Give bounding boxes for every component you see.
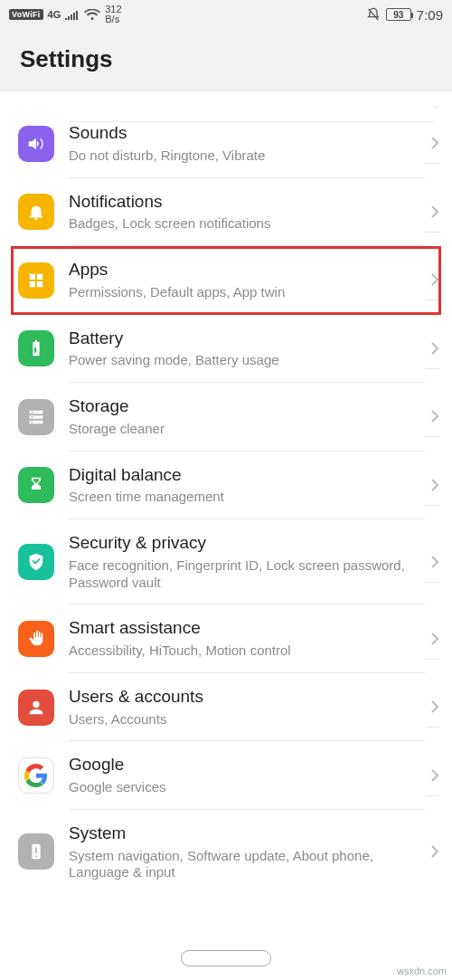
item-subtitle: Face recognition, Fingerprint ID, Lock s… — [69, 557, 425, 592]
item-subtitle: Permissions, Default apps, App twin — [69, 284, 425, 301]
list-item[interactable] — [0, 91, 452, 109]
list-item-security[interactable]: Security & privacy Face recognition, Fin… — [0, 519, 452, 604]
item-title: Storage — [69, 395, 425, 417]
network-type: 4G — [48, 9, 61, 20]
item-subtitle: Accessibility, HiTouch, Motion control — [69, 642, 425, 660]
svg-point-4 — [35, 856, 37, 858]
chevron-right-icon — [430, 555, 439, 569]
chevron-right-icon — [430, 768, 439, 783]
item-subtitle: Google services — [69, 779, 425, 796]
item-subtitle: Users, Accounts — [69, 711, 425, 728]
clock: 7:09 — [417, 7, 443, 23]
svg-point-2 — [32, 421, 33, 423]
item-title: Digital balance — [69, 464, 425, 486]
chevron-right-icon — [430, 136, 439, 150]
status-bar: VoWiFi 4G 312 B/s 93 7:09 — [0, 0, 452, 29]
chevron-right-icon — [430, 844, 439, 859]
sound-icon — [18, 126, 54, 162]
apps-icon — [18, 262, 54, 299]
item-title: Smart assistance — [69, 617, 425, 639]
list-item-system[interactable]: System System navigation, Software updat… — [0, 810, 452, 894]
item-subtitle: Storage cleaner — [69, 421, 425, 438]
storage-icon — [18, 399, 54, 435]
chevron-right-icon — [430, 409, 439, 423]
chevron-right-icon — [430, 341, 439, 356]
item-title: Google — [69, 754, 425, 775]
item-title: Battery — [69, 328, 425, 349]
item-subtitle: Power saving mode, Battery usage — [69, 352, 425, 369]
net-speed: 312 B/s — [105, 5, 121, 24]
signal-icon — [65, 9, 80, 20]
bell-icon — [18, 194, 54, 230]
item-subtitle: Screen time management — [69, 489, 425, 506]
settings-list: Sounds Do not disturb, Ringtone, Vibrate… — [0, 91, 452, 937]
wifi-icon — [84, 9, 100, 21]
svg-point-0 — [32, 411, 33, 413]
shield-icon — [18, 544, 54, 580]
item-title: Security & privacy — [69, 532, 425, 554]
page-title: Settings — [20, 45, 434, 73]
watermark: wsxdn.com — [397, 966, 447, 976]
user-icon — [18, 690, 54, 726]
list-item-sounds[interactable]: Sounds Do not disturb, Ringtone, Vibrate — [0, 109, 452, 178]
chevron-right-icon — [430, 478, 439, 492]
chevron-right-icon — [430, 272, 439, 287]
item-title: Notifications — [69, 191, 425, 213]
battery-icon — [18, 330, 54, 366]
list-item-apps[interactable]: Apps Permissions, Default apps, App twin — [0, 246, 452, 315]
list-item-google[interactable]: Google Google services — [0, 741, 452, 810]
chevron-right-icon — [430, 632, 439, 646]
hand-icon — [18, 621, 54, 657]
gesture-nav-bar[interactable] — [0, 937, 452, 980]
google-icon — [18, 757, 54, 794]
list-item-notifications[interactable]: Notifications Badges, Lock screen notifi… — [0, 178, 452, 247]
item-subtitle: System navigation, Software update, Abou… — [69, 848, 425, 882]
svg-point-1 — [32, 416, 33, 418]
list-item-digital-balance[interactable]: Digital balance Screen time management — [0, 452, 452, 520]
vowifi-badge: VoWiFi — [9, 9, 43, 20]
system-icon — [18, 833, 54, 870]
list-item-storage[interactable]: Storage Storage cleaner — [0, 383, 452, 452]
battery-indicator: 93 — [386, 8, 411, 21]
list-item-battery[interactable]: Battery Power saving mode, Battery usage — [0, 315, 452, 384]
chevron-right-icon — [430, 699, 439, 714]
hourglass-icon — [18, 467, 54, 503]
item-title: Sounds — [69, 122, 425, 144]
item-title: System — [69, 823, 425, 844]
list-item-users[interactable]: Users & accounts Users, Accounts — [0, 673, 452, 742]
home-pill-icon — [181, 950, 271, 966]
chevron-right-icon — [430, 205, 439, 219]
mute-icon — [366, 7, 381, 22]
item-subtitle: Badges, Lock screen notifications — [69, 215, 425, 233]
item-subtitle: Do not disturb, Ringtone, Vibrate — [69, 147, 425, 165]
list-item-smart-assistance[interactable]: Smart assistance Accessibility, HiTouch,… — [0, 604, 452, 673]
item-title: Users & accounts — [69, 686, 425, 708]
item-title: Apps — [69, 259, 425, 281]
header: Settings — [0, 29, 452, 91]
